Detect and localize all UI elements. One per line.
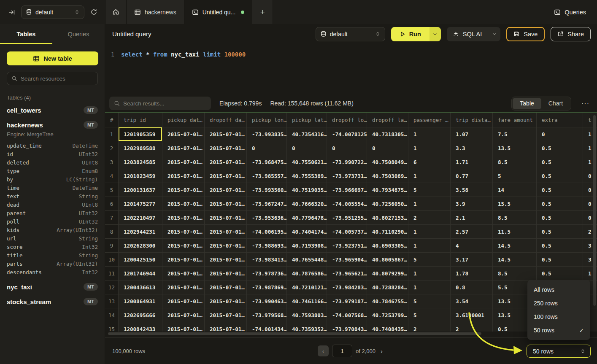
table-cell[interactable]: 1200864931 [119,294,162,308]
table-cell[interactable]: 1202989588 [119,141,162,155]
table-cell[interactable]: 2015-07-01… [162,280,205,294]
tab-hackernews[interactable]: hackernews [126,0,184,24]
queries-link[interactable]: Queries [543,0,597,24]
table-cell[interactable]: -73.951255… [327,211,367,225]
table-cell[interactable]: 0.5 [537,211,583,225]
table-cell[interactable]: -74.0078125 [327,127,367,141]
table-cell[interactable]: -73.979187… [327,294,367,308]
table-cell[interactable]: 40.7404174… [287,225,327,239]
table-cell[interactable]: 8.5 [493,267,537,280]
table-cell[interactable]: 2015-07-01… [205,141,247,155]
table-cell[interactable]: -73.973731… [327,169,367,183]
table-cell[interactable]: 0 [537,127,583,141]
more-options-button[interactable]: ··· [580,100,591,107]
table-cell[interactable]: 1202628300 [119,239,162,253]
table-cell[interactable]: 40.8005867… [367,253,408,267]
table-cell[interactable]: 8.5 [493,155,537,169]
column-header[interactable]: passenger_… [408,113,451,127]
share-button[interactable]: Share [551,27,591,41]
table-cell[interactable]: 5 [408,253,451,267]
column-header[interactable]: pickup_dat… [162,113,205,127]
table-cell[interactable]: 14 [493,183,537,197]
column-header[interactable]: dropoff_da… [205,113,247,127]
table-cell[interactable]: 6 [408,155,451,169]
table-cell[interactable]: -73.965904… [327,253,367,267]
table-cell[interactable]: 2 [451,322,493,332]
table-cell[interactable]: 40.7461166… [287,294,327,308]
table-cell[interactable]: 40.7593803… [287,308,327,322]
table-cell[interactable]: 40.7359352… [287,322,327,332]
table-cell[interactable]: 40.7519035… [287,183,327,197]
table-cell[interactable]: -73.923751… [327,239,367,253]
column-header[interactable]: pickup_lat… [287,113,327,127]
table-cell[interactable]: -74.005737… [327,225,367,239]
table-cell[interactable]: 2015-07-01… [162,141,205,155]
database-selector[interactable]: default [21,5,84,19]
sidebar-item-hackernews[interactable]: hackernews MT [7,116,98,130]
table-cell[interactable]: 40.7508049… [367,155,408,169]
table-cell[interactable]: 0.5 [537,197,583,211]
table-cell[interactable]: 0.8 [451,280,493,294]
table-cell[interactable]: 2015-07-01… [162,322,205,332]
table-cell[interactable]: 2015-07-01… [162,294,205,308]
table-cell[interactable]: 1.07 [451,127,493,141]
table-cell[interactable]: 1 [408,239,451,253]
table-cell[interactable]: 40.7846755… [367,294,408,308]
table-cell[interactable]: 0 [287,141,327,155]
table-cell[interactable]: 15.5 [493,197,537,211]
table-cell[interactable]: 40.7666320… [287,197,327,211]
sidebar-tab-queries[interactable]: Queries [52,24,105,44]
table-cell[interactable]: 3.9 [451,197,493,211]
table-cell[interactable]: 2015-07-01… [205,308,247,322]
column-header[interactable]: extra [537,113,583,127]
table-cell[interactable]: 2.1 [451,211,493,225]
sidebar-item-nyc-taxi[interactable]: nyc_taxi MT [7,278,98,292]
table-cell[interactable]: 14.5 [493,239,537,253]
table-cell[interactable]: 5 [408,294,451,308]
table-cell[interactable]: -73.993835… [247,127,287,141]
table-cell[interactable]: 2015-07-01… [205,294,247,308]
table-cell[interactable]: -74.001434… [247,322,287,332]
run-options-button[interactable] [430,27,441,41]
table-cell[interactable]: 40.7288284… [367,280,408,294]
table-cell[interactable]: 2015-07-01… [162,169,205,183]
table-cell[interactable]: 40.7408435… [367,322,408,332]
table-cell[interactable]: 1200842433 [119,322,162,332]
menu-item[interactable]: 100 rows ✓ [527,310,590,324]
query-title[interactable]: Untitled query [112,30,310,38]
table-cell[interactable]: -74.006195… [247,225,287,239]
page-size-select[interactable]: 50 rows [527,345,591,358]
table-cell[interactable]: 40.7110290… [367,225,408,239]
view-tab-table[interactable]: Table [513,98,541,109]
table-cell[interactable]: 0 [367,141,408,155]
table-cell[interactable]: 2015-07-01… [205,169,247,183]
table-cell[interactable]: 40.7655448… [287,253,327,267]
table-cell[interactable]: -73.970843… [327,322,367,332]
table-cell[interactable]: 2015-07-01… [162,155,205,169]
table-cell[interactable]: 2015-07-01… [162,253,205,267]
view-tab-chart[interactable]: Chart [541,98,570,109]
table-cell[interactable]: 3.3 [451,141,493,155]
table-cell[interactable]: -73.967247… [247,197,287,211]
results-search[interactable] [109,97,211,110]
table-cell[interactable]: 40.7796478… [287,211,327,225]
table-cell[interactable]: 1 [408,267,451,280]
column-header[interactable]: dropoff_la… [367,113,408,127]
sidebar-tab-tables[interactable]: Tables [0,24,52,44]
table-cell[interactable]: 0 [247,141,287,155]
table-cell[interactable]: 40.7503089… [367,169,408,183]
table-cell[interactable]: -73.993560… [247,183,287,197]
table-cell[interactable]: -73.983413… [247,253,287,267]
table-cell[interactable]: 8.5 [493,211,537,225]
table-cell[interactable]: 2015-07-01… [205,225,247,239]
tab-home[interactable] [105,0,126,24]
table-cell[interactable]: 1.78 [451,267,493,280]
table-cell[interactable]: 1201475277 [119,197,162,211]
menu-item[interactable]: 50 rows ✓ [527,324,590,337]
table-cell[interactable]: 40.7555389… [287,169,327,183]
table-cell[interactable]: 2015-07-01… [162,225,205,239]
page-number-input[interactable] [332,345,352,357]
menu-item[interactable]: 250 rows ✓ [527,297,590,310]
table-cell[interactable]: 2015-07-01… [205,197,247,211]
table-cell[interactable]: 2.57 [451,225,493,239]
